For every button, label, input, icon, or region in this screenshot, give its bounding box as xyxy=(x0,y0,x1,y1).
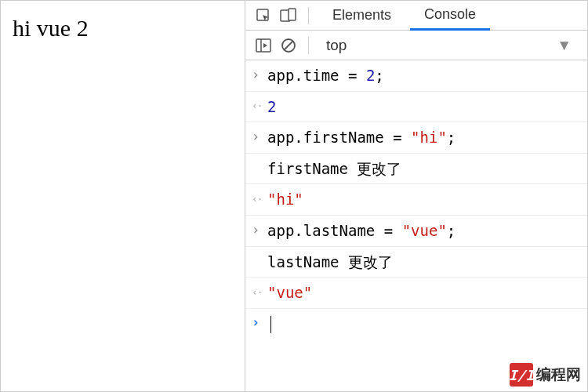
page-content: hi vue 2 xyxy=(1,1,245,391)
console-row: "hi" xyxy=(245,184,587,216)
console-row-text: app.time = 2; xyxy=(267,65,579,86)
devtools-panel: Elements Console top ▼ app.time = 2;2app… xyxy=(245,1,587,391)
console-prompt-row[interactable] xyxy=(245,309,587,339)
svg-line-6 xyxy=(285,41,293,49)
console-row-text: app.lastName = "vue"; xyxy=(267,220,579,241)
watermark-logo: I/I xyxy=(510,363,533,387)
tab-console[interactable]: Console xyxy=(410,1,490,31)
clear-console-icon[interactable] xyxy=(278,35,299,56)
text-cursor xyxy=(270,316,271,333)
tab-elements[interactable]: Elements xyxy=(318,1,405,31)
output-marker-icon xyxy=(252,96,267,116)
device-toggle-icon[interactable] xyxy=(278,5,299,26)
divider xyxy=(308,37,309,54)
watermark-text: 编程网 xyxy=(536,365,581,385)
console-log[interactable]: app.time = 2;2app.firstName = "hi";first… xyxy=(245,60,587,391)
svg-rect-2 xyxy=(289,9,296,20)
tab-console-label: Console xyxy=(424,6,476,23)
watermark: I/I 编程网 xyxy=(510,363,581,387)
console-row: app.time = 2; xyxy=(245,60,587,92)
console-row: app.lastName = "vue"; xyxy=(245,216,587,247)
console-row: 2 xyxy=(245,92,587,123)
console-toolbar: top ▼ xyxy=(245,31,587,60)
divider xyxy=(308,7,309,24)
console-row: lastName 更改了 xyxy=(245,247,587,278)
console-row: firstName 更改了 xyxy=(245,154,587,185)
context-label: top xyxy=(326,37,347,54)
console-row-text: "vue" xyxy=(267,282,579,303)
output-marker-icon xyxy=(252,282,267,302)
tab-elements-label: Elements xyxy=(332,7,391,24)
input-marker-icon xyxy=(252,65,267,85)
console-row-text: firstName 更改了 xyxy=(267,158,579,180)
console-row-text: app.firstName = "hi"; xyxy=(267,127,579,148)
input-marker-icon xyxy=(252,220,267,240)
chevron-down-icon: ▼ xyxy=(557,37,572,54)
toggle-sidebar-icon[interactable] xyxy=(253,35,274,56)
console-row-text: "hi" xyxy=(267,189,579,210)
console-row: app.firstName = "hi"; xyxy=(245,122,587,154)
context-selector[interactable]: top ▼ xyxy=(318,37,579,54)
console-row: "vue" xyxy=(245,278,587,309)
log-marker-icon xyxy=(252,158,267,178)
input-marker-icon xyxy=(252,127,267,147)
console-row-text: lastName 更改了 xyxy=(267,252,579,273)
console-row-text: 2 xyxy=(267,96,579,118)
log-marker-icon xyxy=(252,252,267,271)
page-text: hi vue 2 xyxy=(13,15,89,41)
inspect-icon[interactable] xyxy=(253,5,274,26)
devtools-tabs-row: Elements Console xyxy=(245,1,587,31)
console-input[interactable] xyxy=(267,314,579,335)
prompt-marker-icon xyxy=(252,314,267,333)
output-marker-icon xyxy=(252,189,267,209)
